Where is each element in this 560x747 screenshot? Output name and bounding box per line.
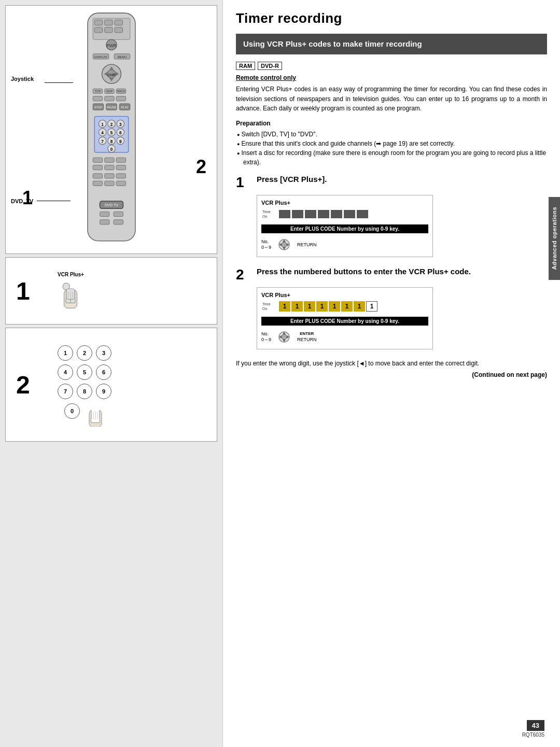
dvd-tv-label: DVD, TV [11, 198, 33, 204]
page-footer: 43 RQT6035 [522, 720, 544, 738]
numpad-6: 6 [96, 364, 111, 380]
hand-press-icon2 [85, 403, 106, 427]
advanced-operations-sidebar: Advanced operations [549, 197, 560, 280]
digit6: 1 [341, 301, 353, 312]
advanced-operations-label: Advanced operations [551, 207, 557, 270]
svg-rect-60 [93, 165, 102, 170]
svg-rect-64 [104, 174, 114, 178]
numpad-3: 3 [96, 345, 111, 361]
svg-point-96 [282, 334, 287, 340]
vcr-screen2-title: VCR Plus+ [261, 292, 428, 298]
continued-text: (Continued on next page) [236, 371, 547, 378]
badge-dvdr: DVD-R [258, 62, 282, 70]
preparation-title: Preparation [236, 120, 547, 127]
svg-text:5: 5 [110, 131, 113, 135]
svg-text:PLAY: PLAY [121, 106, 128, 109]
numpad-1: 1 [58, 345, 73, 361]
left-step2-content: 1 2 3 4 5 6 7 8 9 0 [58, 343, 113, 427]
vcr-bottom-row2: No.0～9 ENTER RETURN [261, 329, 428, 345]
svg-rect-66 [93, 181, 102, 186]
bullet-2: Ensure that this unit's clock and guide … [243, 139, 547, 148]
digit4: 1 [316, 301, 328, 312]
digit1: 1 [279, 301, 290, 312]
svg-text:8: 8 [110, 139, 113, 144]
svg-text:9: 9 [119, 139, 122, 144]
numpad-8: 8 [77, 384, 92, 399]
step2-row: 2 Press the numbered buttons to enter th… [236, 266, 547, 282]
svg-rect-62 [116, 165, 125, 170]
svg-text:Time: Time [262, 302, 270, 306]
bullet-1: Switch [DVD, TV] to "DVD". [243, 130, 547, 139]
svg-text:SKIP: SKIP [106, 90, 113, 93]
svg-text:6: 6 [119, 131, 122, 135]
svg-rect-65 [116, 174, 125, 178]
no-label1: No.0～9 [261, 239, 271, 250]
svg-text:SRCH: SRCH [117, 90, 125, 93]
dash3 [305, 210, 316, 218]
vcr-screen1-box: VCR Plus+ Time On [257, 195, 433, 257]
joystick-icon2 [276, 329, 292, 345]
vcr-screen1-title: VCR Plus+ [261, 200, 428, 206]
left-step1-content: VCR Plus+ [58, 272, 84, 311]
dash6 [344, 210, 355, 218]
step2-number: 2 [236, 267, 251, 282]
time-icon2: Time On [261, 300, 276, 312]
left-step1-box: 1 VCR Plus+ [5, 257, 217, 325]
page-code: RQT6035 [522, 732, 544, 738]
intro-text: Entering VCR Plus+ codes is an easy way … [236, 84, 547, 114]
vcr-screen2-inner: Time On 1 1 1 1 1 1 1 1 Enter PLUS CODE … [261, 300, 428, 345]
numpad-9: 9 [96, 384, 111, 399]
digit2: 1 [291, 301, 303, 312]
svg-rect-4 [115, 20, 122, 25]
dashes-row [279, 210, 368, 218]
svg-text:On: On [262, 215, 267, 218]
svg-rect-67 [104, 181, 114, 186]
enter-code-label1: Enter PLUS CODE Number by using 0-9 key. [261, 224, 428, 233]
numpad-4: 4 [58, 364, 73, 380]
svg-rect-7 [115, 27, 122, 33]
badge-ram: RAM [236, 62, 255, 70]
joystick-label: Joystick [11, 76, 34, 82]
dash2 [292, 210, 303, 218]
step1-desc: Press [VCR Plus+]. [257, 174, 327, 185]
svg-text:0: 0 [110, 147, 113, 152]
numpad-2: 2 [77, 345, 92, 361]
svg-text:PWR: PWR [106, 44, 116, 48]
step1-number: 1 [236, 175, 251, 190]
remote-control-only-label: Remote control only [236, 74, 547, 81]
digits-row: 1 1 1 1 1 1 1 1 [279, 301, 377, 312]
section-header: Using VCR Plus+ codes to make timer reco… [236, 34, 547, 54]
svg-rect-59 [116, 158, 125, 162]
numpad-grid: 1 2 3 4 5 6 7 8 9 [58, 345, 113, 400]
svg-rect-58 [104, 158, 114, 162]
dash1 [279, 210, 290, 218]
svg-rect-5 [94, 27, 102, 33]
svg-text:On: On [262, 307, 267, 311]
svg-rect-73 [100, 220, 109, 224]
svg-text:DISPLAY: DISPLAY [94, 55, 107, 59]
vcr-bottom-row1: No.0～9 RETURN [261, 237, 428, 252]
time-label: Time On [261, 208, 276, 221]
joystick-line [45, 82, 73, 83]
svg-text:PAUSE: PAUSE [106, 106, 116, 109]
left-step2-number: 2 [16, 371, 30, 399]
hand-press-icon [58, 282, 83, 311]
svg-text:7: 7 [101, 139, 104, 144]
svg-text:DVD TV: DVD TV [104, 203, 118, 207]
remote-control-svg: PWR DISPLAY MENU CHR TOP SKIP SRCH [54, 10, 169, 249]
left-step1-number: 1 [16, 277, 30, 305]
svg-text:1: 1 [101, 122, 104, 127]
svg-rect-61 [104, 165, 114, 170]
numpad-7: 7 [58, 384, 73, 399]
numpad-0: 0 [64, 403, 80, 419]
numpad-5: 5 [77, 364, 92, 380]
vcr-time-row: Time On [261, 208, 428, 221]
vcr-screen1-inner: Time On Enter PLUS CODE Number by using … [261, 208, 428, 252]
digit8: 1 [366, 301, 377, 312]
svg-text:4: 4 [101, 131, 104, 135]
vcr-screen2-box: VCR Plus+ Time On 1 1 1 1 1 1 1 1 [257, 287, 433, 349]
dash5 [331, 210, 342, 218]
right-panel: Timer recording Using VCR Plus+ codes to… [223, 0, 560, 747]
svg-rect-2 [94, 20, 102, 25]
time-label2: Time On [261, 300, 276, 313]
